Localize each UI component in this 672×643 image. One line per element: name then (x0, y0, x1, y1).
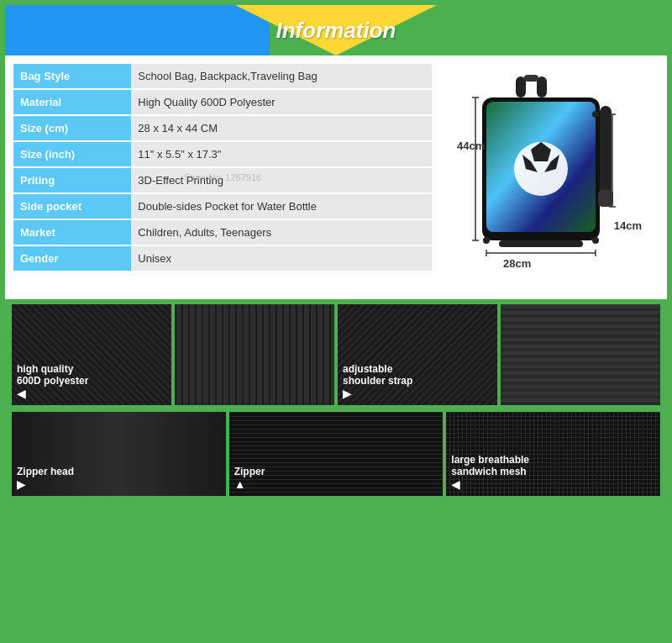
table-label: Material (13, 89, 131, 115)
table-value: 3D-Effect Printing (131, 167, 432, 193)
table-label: Size (cm) (13, 115, 131, 141)
feature-strap-label: adjustableshoulder strap (343, 363, 492, 387)
feature-zipper-icon: ▲ (234, 477, 438, 491)
table-label: Gender (13, 245, 131, 271)
store-watermark: Store No: 1267916 (184, 172, 261, 182)
feature-zipper-head-label: Zipper head (17, 466, 221, 477)
svg-point-22 (592, 237, 599, 244)
feature-zipper-closeup (175, 304, 334, 405)
feature-mesh-label: large breathablesandwich mesh (451, 454, 655, 477)
table-row: Size (inch)11" x 5.5" x 17.3" (13, 141, 432, 167)
svg-point-23 (592, 111, 599, 118)
table-value: 28 x 14 x 44 CM (131, 115, 432, 141)
feature-mesh: large breathablesandwich mesh ◀ (446, 412, 660, 496)
dim-width: 28cm (503, 257, 531, 270)
feature-strap-img (501, 304, 660, 405)
table-value: 11" x 5.5" x 17.3" (131, 141, 432, 167)
feature-fabric: high quality600D polyester ◀ (12, 304, 171, 405)
feature-zipper: Zipper ▲ (229, 412, 444, 496)
table-value: Double-sides Pocket for Water Bottle (131, 193, 432, 219)
svg-point-21 (483, 237, 490, 244)
table-row: MaterialHigh Quality 600D Polyester (13, 89, 432, 115)
svg-rect-2 (524, 75, 538, 82)
feature-zipper-label: Zipper (234, 466, 438, 477)
dim-depth: 14cm (614, 219, 642, 232)
main-content: Bag StyleSchool Bag, Backpack,Traveling … (5, 55, 667, 299)
table-row: Size (cm)28 x 14 x 44 CM (13, 115, 432, 141)
table-row: Side pocketDouble-sides Pocket for Water… (13, 193, 432, 219)
table-label: Size (inch) (13, 141, 131, 167)
feature-strap: adjustableshoulder strap ▶ (338, 304, 497, 405)
feature-fabric-label: high quality600D polyester (17, 363, 166, 387)
table-label: Bag Style (13, 64, 131, 89)
feature-fabric-icon: ◀ (17, 387, 166, 400)
features-row2: Zipper head ▶ Zipper ▲ large breathables… (5, 408, 667, 503)
table-label: Market (13, 219, 131, 245)
feature-zipper-head-icon: ▶ (17, 477, 221, 491)
table-value: High Quality 600D Polyester (131, 89, 432, 115)
page-title: Information (276, 18, 396, 44)
table-value: Unisex (131, 245, 432, 271)
table-value: Children, Adults, Teenagers (131, 219, 432, 245)
svg-rect-11 (499, 240, 583, 247)
table-row: Bag StyleSchool Bag, Backpack,Traveling … (13, 64, 432, 89)
svg-rect-0 (516, 76, 526, 98)
header: Information (5, 5, 667, 55)
backpack-image (457, 72, 625, 274)
table-label: Side pocket (13, 193, 131, 219)
svg-rect-10 (598, 190, 613, 207)
backpack-area: 44cm 28cm 14cm (440, 64, 659, 291)
table-label: Priting (13, 167, 131, 193)
svg-rect-1 (537, 76, 547, 98)
table-value: School Bag, Backpack,Traveling Bag (131, 64, 432, 89)
feature-mesh-icon: ◀ (451, 477, 655, 491)
features-row1: high quality600D polyester ◀ adjustables… (5, 299, 667, 408)
info-table: Bag StyleSchool Bag, Backpack,Traveling … (13, 64, 432, 272)
feature-strap-icon: ▶ (343, 387, 492, 400)
dim-height: 44cm (457, 140, 485, 152)
feature-zipper-head: Zipper head ▶ (12, 412, 226, 496)
table-row: GenderUnisex (13, 245, 432, 271)
page-wrapper: Information Bag StyleSchool Bag, Backpac… (0, 0, 672, 643)
table-row: MarketChildren, Adults, Teenagers (13, 219, 432, 245)
